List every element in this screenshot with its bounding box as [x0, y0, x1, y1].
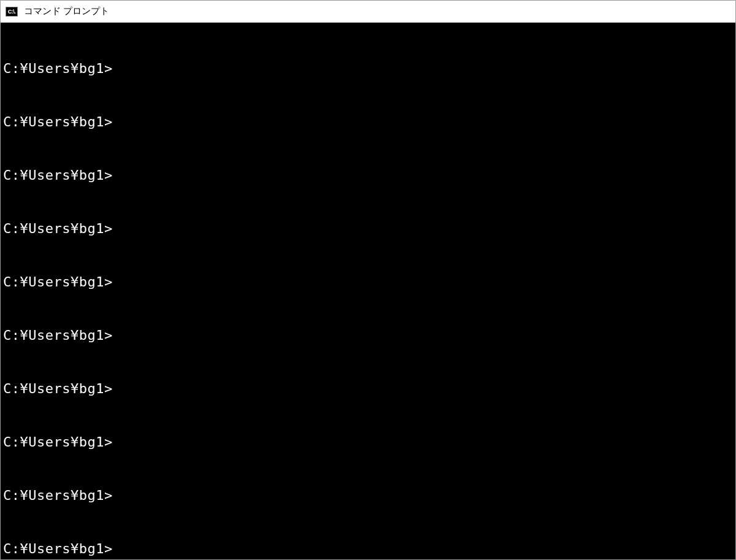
terminal-line: C:¥Users¥bg1> — [3, 433, 733, 451]
terminal-line: C:¥Users¥bg1> — [3, 486, 733, 504]
terminal-line: C:¥Users¥bg1> — [3, 380, 733, 397]
terminal-line: C:¥Users¥bg1> — [3, 59, 733, 77]
window-title: コマンド プロンプト — [24, 6, 109, 17]
terminal-line: C:¥Users¥bg1> — [3, 166, 733, 184]
terminal-line: C:¥Users¥bg1> — [3, 273, 733, 291]
terminal-line: C:¥Users¥bg1> — [3, 326, 733, 344]
terminal-line: C:¥Users¥bg1> — [3, 113, 733, 131]
titlebar[interactable]: C:\. コマンド プロンプト — [1, 1, 735, 23]
terminal-output[interactable]: C:¥Users¥bg1> C:¥Users¥bg1> C:¥Users¥bg1… — [1, 23, 735, 559]
command-prompt-window: C:\. コマンド プロンプト C:¥Users¥bg1> C:¥Users¥b… — [0, 0, 736, 560]
terminal-line: C:¥Users¥bg1> — [3, 540, 733, 558]
app-icon: C:\. — [6, 7, 18, 17]
terminal-line: C:¥Users¥bg1> — [3, 220, 733, 237]
